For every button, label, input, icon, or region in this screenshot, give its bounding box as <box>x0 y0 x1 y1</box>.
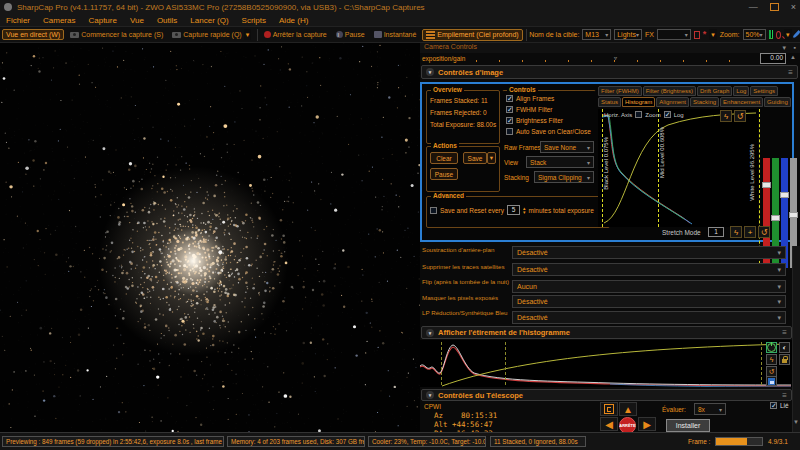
menu-capture[interactable]: Capture <box>88 16 116 25</box>
fx-select[interactable]: ▾ <box>657 29 691 40</box>
stretch-black-line[interactable] <box>441 342 442 385</box>
install-button[interactable]: Installer <box>666 419 710 432</box>
menu-vue[interactable]: Vue <box>130 16 144 25</box>
scroll-down-icon[interactable]: ▼ <box>792 419 800 429</box>
tab-log[interactable]: Log <box>733 86 749 96</box>
spinner-arrows-icon[interactable]: ▴▾ <box>523 206 526 214</box>
tab-guiding[interactable]: Guiding <box>764 97 791 107</box>
log-checkbox[interactable] <box>664 111 671 118</box>
chevron-down-icon[interactable]: ▾ <box>782 44 786 52</box>
target-name-select[interactable]: M13▾ <box>582 29 611 40</box>
refine-stretch-icon[interactable]: + <box>744 226 756 238</box>
zoom-select[interactable]: 50%▾ <box>743 29 766 40</box>
minimize-icon[interactable]: — <box>749 3 758 12</box>
tab-settings[interactable]: Settings <box>750 86 778 96</box>
histogram-icon[interactable] <box>769 30 773 39</box>
slew-up-button[interactable]: ▲ <box>619 402 637 416</box>
undo-stretch-icon[interactable]: ↺ <box>758 226 770 238</box>
magnifier-icon[interactable] <box>776 31 781 39</box>
close-icon[interactable]: × <box>791 3 796 12</box>
panel-scrollbar[interactable] <box>792 246 800 432</box>
clear-button[interactable]: Clear <box>430 152 458 164</box>
reticle-icon[interactable]: * <box>703 31 707 38</box>
luminance-slider-handle[interactable] <box>789 212 798 218</box>
save-reset-checkbox[interactable] <box>430 207 437 214</box>
pause-stack-button[interactable]: Pause <box>430 168 458 180</box>
slew-right-button[interactable]: ▶ <box>638 417 656 431</box>
menu-outils[interactable]: Outils <box>157 16 177 25</box>
menu-icon[interactable]: ≡ <box>782 391 787 400</box>
selection-area-icon[interactable] <box>694 31 700 39</box>
collapse-icon[interactable]: ▾ <box>426 329 434 337</box>
green-slider-handle[interactable] <box>771 215 780 221</box>
lock-icon[interactable] <box>779 354 790 365</box>
fwhm-filter-checkbox[interactable] <box>506 106 513 113</box>
zoom-checkbox[interactable] <box>635 111 642 118</box>
spiral-search-button[interactable] <box>600 402 618 416</box>
power-icon[interactable] <box>766 342 777 353</box>
save-stretch-icon[interactable] <box>766 376 777 386</box>
tab-histogram[interactable]: Histogram <box>622 97 655 107</box>
tab-enhancement[interactable]: Enhancement <box>720 97 763 107</box>
scroll-up-icon[interactable]: ▲ <box>790 54 796 60</box>
live-image-m13[interactable] <box>0 43 420 432</box>
quick-capture-button[interactable]: Capture rapide (Q)▾ <box>169 28 254 41</box>
menu-icon[interactable]: ≡ <box>782 328 787 337</box>
align-frames-checkbox[interactable] <box>506 95 513 102</box>
chevron-down-icon[interactable]: ▾ <box>709 29 717 40</box>
chevron-down-icon[interactable]: ▾ <box>784 29 792 40</box>
menu-scripts[interactable]: Scripts <box>242 16 266 25</box>
tab-stacking[interactable]: Stacking <box>690 97 719 107</box>
lightning-icon[interactable]: ϟ <box>766 354 777 365</box>
collapse-icon[interactable]: ▾ <box>426 391 434 399</box>
mask-pixels-select[interactable]: Désactivé▾ <box>512 295 786 308</box>
contrast-icon[interactable]: ◐ <box>779 342 790 353</box>
brightness-filter-checkbox[interactable] <box>506 117 513 124</box>
menu-lancer[interactable]: Lancer (Q) <box>190 16 228 25</box>
exposure-gain-value[interactable]: 0.00 <box>760 53 786 64</box>
menu-cameras[interactable]: Cameras <box>43 16 75 25</box>
stretch-white-line[interactable] <box>761 342 762 385</box>
white-level-line[interactable] <box>759 109 760 269</box>
lp-reduction-select[interactable]: Désactivé▾ <box>512 311 786 324</box>
live-stack-histogram[interactable]: Black Level 0.075% Mid Level 00.608% Hor… <box>598 109 758 227</box>
snapshot-button[interactable]: Instantané <box>371 30 420 39</box>
background-subtract-select[interactable]: Désactivé▾ <box>512 246 786 259</box>
save-dropdown-icon[interactable]: ▾ <box>487 152 496 164</box>
blue-slider-handle[interactable] <box>780 192 789 198</box>
menu-aide[interactable]: Aide (H) <box>279 16 308 25</box>
tab-status[interactable]: Status <box>598 97 621 107</box>
stop-capture-button[interactable]: Arrêter la capture <box>261 30 330 39</box>
start-capture-button[interactable]: Commencer la capture (S) <box>67 30 166 39</box>
auto-stretch-icon[interactable]: ϟ <box>720 110 732 122</box>
camera-controls-header[interactable]: Camera Controls ▾ ▪ <box>420 43 800 53</box>
stretch-mid-line[interactable] <box>505 342 506 385</box>
maximize-icon[interactable] <box>770 3 779 11</box>
image-controls-header[interactable]: ▾ Contrôles d'image ≡ <box>421 65 798 79</box>
telescope-section-header[interactable]: ▾ Contrôles du Télescope ≡ <box>421 389 792 401</box>
apply-stretch-icon[interactable]: ϟ <box>730 226 742 238</box>
stretch-mode-spinner[interactable]: 1 <box>708 227 724 237</box>
menu-fichier[interactable]: Fichier <box>6 16 30 25</box>
linked-checkbox[interactable] <box>770 402 777 409</box>
reset-levels-icon[interactable]: ↺ <box>734 110 746 122</box>
red-slider-handle[interactable] <box>762 182 771 188</box>
raw-frames-select[interactable]: Save None▾ <box>540 141 594 153</box>
stacking-select[interactable]: Sigma Clipping▾ <box>534 171 594 183</box>
tab-drift-graph[interactable]: Drift Graph <box>697 86 732 96</box>
menu-icon[interactable]: ≡ <box>788 68 793 77</box>
annotate-brush-icon[interactable] <box>792 30 800 39</box>
pin-icon[interactable]: ▪ <box>794 44 796 51</box>
auto-save-checkbox[interactable] <box>506 128 513 135</box>
live-view-button[interactable]: Vue en direct (W) <box>2 29 64 40</box>
slew-left-button[interactable]: ◀ <box>600 417 618 431</box>
stretch-section-header[interactable]: ▾ Afficher l'étirement de l'histogramme … <box>421 326 792 339</box>
satellite-trail-select[interactable]: Désactivé▾ <box>512 263 786 276</box>
frame-type-select[interactable]: Lights▾ <box>614 29 642 40</box>
collapse-icon[interactable]: ▾ <box>426 68 434 76</box>
live-stack-button[interactable]: Empilement (Ciel profond) <box>422 29 522 41</box>
flip-select[interactable]: Aucun▾ <box>512 280 786 293</box>
pause-button[interactable]: Pause <box>333 30 368 39</box>
tab-filter-brightness[interactable]: Filter (Brightness) <box>643 86 696 96</box>
view-select[interactable]: Stack▾ <box>526 156 594 168</box>
